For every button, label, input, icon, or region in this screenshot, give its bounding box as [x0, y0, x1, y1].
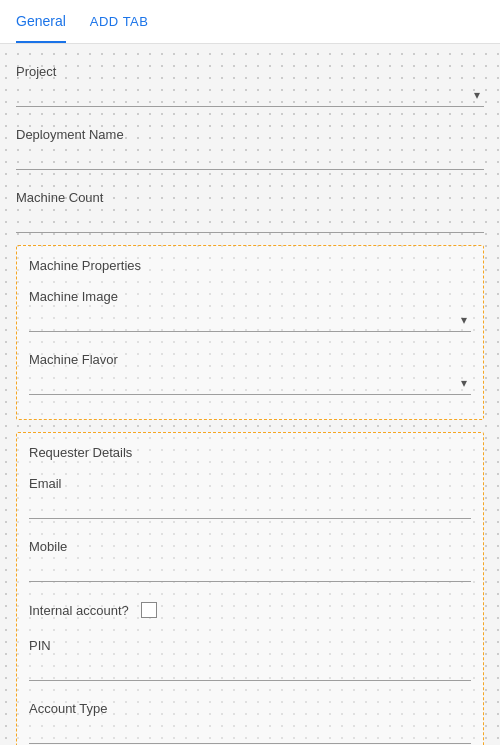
machine-image-input[interactable] — [29, 308, 471, 332]
pin-label: PIN — [29, 638, 471, 653]
account-type-field-row: Account Type — [29, 693, 471, 745]
tab-add-tab[interactable]: ADD TAB — [90, 14, 149, 29]
machine-count-input[interactable] — [16, 209, 484, 233]
email-field-row: Email — [29, 468, 471, 527]
deployment-name-field-row: Deployment Name — [16, 119, 484, 178]
machine-flavor-label: Machine Flavor — [29, 352, 471, 367]
machine-flavor-field-row: Machine Flavor ▾ — [29, 344, 471, 403]
project-field-row: Project ▾ — [16, 56, 484, 115]
mobile-input-wrapper — [29, 558, 471, 582]
account-type-input-wrapper — [29, 720, 471, 744]
internal-account-wrapper: Internal account? — [29, 602, 471, 618]
mobile-input[interactable] — [29, 558, 471, 582]
mobile-label: Mobile — [29, 539, 471, 554]
page-container: General ADD TAB Project ▾ Deployment Nam… — [0, 0, 500, 745]
internal-account-field-row: Internal account? — [29, 594, 471, 626]
deployment-name-label: Deployment Name — [16, 127, 484, 142]
email-input-wrapper — [29, 495, 471, 519]
machine-flavor-input-wrapper: ▾ — [29, 371, 471, 395]
project-input-wrapper: ▾ — [16, 83, 484, 107]
requester-details-section: Requester Details Email Mobile Internal … — [16, 432, 484, 745]
tab-bar: General ADD TAB — [0, 0, 500, 44]
machine-image-label: Machine Image — [29, 289, 471, 304]
account-type-input[interactable] — [29, 720, 471, 744]
form-area: Project ▾ Deployment Name Machine Count … — [0, 44, 500, 745]
machine-image-input-wrapper: ▾ — [29, 308, 471, 332]
deployment-name-input-wrapper — [16, 146, 484, 170]
deployment-name-input[interactable] — [16, 146, 484, 170]
mobile-field-row: Mobile — [29, 531, 471, 590]
machine-count-label: Machine Count — [16, 190, 484, 205]
pin-input-wrapper — [29, 657, 471, 681]
project-input[interactable] — [16, 83, 484, 107]
account-type-label: Account Type — [29, 701, 471, 716]
machine-count-input-wrapper — [16, 209, 484, 233]
tab-general[interactable]: General — [16, 1, 66, 43]
email-input[interactable] — [29, 495, 471, 519]
requester-details-title: Requester Details — [29, 441, 471, 464]
project-label: Project — [16, 64, 484, 79]
machine-count-field-row: Machine Count — [16, 182, 484, 241]
internal-account-label: Internal account? — [29, 603, 129, 618]
machine-image-field-row: Machine Image ▾ — [29, 281, 471, 340]
machine-properties-title: Machine Properties — [29, 254, 471, 277]
machine-properties-section: Machine Properties Machine Image ▾ Machi… — [16, 245, 484, 420]
internal-account-checkbox[interactable] — [141, 602, 157, 618]
pin-input[interactable] — [29, 657, 471, 681]
pin-field-row: PIN — [29, 630, 471, 689]
email-label: Email — [29, 476, 471, 491]
machine-flavor-input[interactable] — [29, 371, 471, 395]
